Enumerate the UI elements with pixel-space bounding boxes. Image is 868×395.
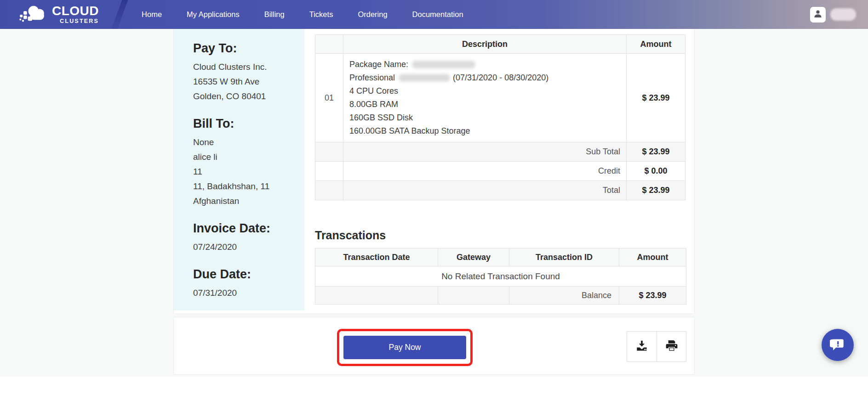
- redacted-username: [830, 8, 856, 21]
- redacted-plan-name: [399, 74, 450, 82]
- chat-bubble-icon: [830, 337, 845, 354]
- transaction-id-header: Transaction ID: [509, 248, 619, 266]
- credit-row: Credit $ 0.00: [315, 162, 685, 181]
- item-plan-line: Professional(07/31/2020 - 08/30/2020): [349, 71, 620, 85]
- bill-to-line: None: [193, 135, 296, 150]
- cloud-logo-icon: [19, 4, 48, 25]
- transactions-heading: Transcations: [315, 229, 386, 242]
- amount-header: Amount: [619, 248, 686, 266]
- main-navigation: Home My Applications Billing Tickets Ord…: [129, 0, 476, 29]
- blank-cell: [438, 287, 509, 305]
- bill-to-line: alice li: [193, 150, 296, 164]
- payment-actions-card: Pay Now: [173, 317, 695, 375]
- brand-line1: CLOUD: [52, 5, 99, 17]
- pay-now-button[interactable]: Pay Now: [343, 336, 466, 359]
- due-date-heading: Due Date:: [193, 266, 296, 282]
- content-background: Pay To: Cloud Clusters Inc. 16535 W 9th …: [0, 29, 868, 377]
- nav-item-ordering[interactable]: Ordering: [345, 0, 400, 29]
- total-label: Total: [343, 181, 627, 200]
- nav-item-billing[interactable]: Billing: [252, 0, 297, 29]
- total-row: Total $ 23.99: [315, 181, 685, 200]
- transactions-table: Transaction Date Gateway Transaction ID …: [315, 248, 686, 305]
- invoice-card: Pay To: Cloud Clusters Inc. 16535 W 9th …: [173, 29, 695, 314]
- nav-item-my-applications[interactable]: My Applications: [174, 0, 252, 29]
- print-invoice-button[interactable]: [657, 332, 686, 361]
- description-column-header: Description: [343, 35, 627, 54]
- transaction-date-header: Transaction Date: [315, 248, 438, 266]
- table-header-row: Description Amount: [315, 35, 685, 54]
- navbar-diagonal-divider: [112, 0, 128, 29]
- bill-to-line: 11, Badakhshan, 11: [193, 179, 296, 194]
- amount-column-header: Amount: [627, 35, 685, 54]
- pay-to-line: Cloud Clusters Inc.: [193, 60, 296, 74]
- invoice-date-value: 07/24/2020: [193, 240, 296, 254]
- download-invoice-button[interactable]: [627, 332, 657, 361]
- page: CLOUD CLUSTERS Home My Applications Bill…: [0, 0, 868, 395]
- brand-text: CLOUD CLUSTERS: [52, 5, 99, 24]
- balance-label: Balance: [509, 287, 619, 305]
- invoice-item-row: 01 Package Name: Professional(07/31/2020…: [315, 54, 685, 142]
- subtotal-row: Sub Total $ 23.99: [315, 142, 685, 162]
- nav-item-tickets[interactable]: Tickets: [297, 0, 346, 29]
- user-account-button[interactable]: [810, 7, 826, 23]
- subtotal-label: Sub Total: [343, 142, 627, 162]
- table-header-row: Transaction Date Gateway Transaction ID …: [315, 248, 686, 266]
- pay-now-highlight-box: Pay Now: [337, 329, 473, 366]
- download-icon: [634, 339, 649, 355]
- credit-label: Credit: [343, 162, 627, 181]
- bill-to-heading: Bill To:: [193, 116, 296, 131]
- bill-to-line: 11: [193, 164, 296, 179]
- invoice-items-table: Description Amount 01 Package Name: Prof…: [315, 34, 685, 200]
- blank-cell: [315, 162, 343, 181]
- bill-to-line: Afghanistan: [193, 194, 296, 209]
- balance-amount: $ 23.99: [619, 287, 686, 305]
- item-number: 01: [315, 54, 343, 142]
- pay-to-line: 16535 W 9th Ave: [193, 74, 296, 89]
- item-spec-line: 160GB SSD Disk: [349, 111, 620, 124]
- navbar-user-area: [810, 0, 856, 29]
- invoice-items-area: Description Amount 01 Package Name: Prof…: [315, 34, 686, 200]
- item-package-line: Package Name:: [349, 58, 620, 71]
- chat-support-fab[interactable]: [822, 329, 854, 361]
- invoice-doc-buttons: [627, 331, 686, 362]
- top-navbar: CLOUD CLUSTERS Home My Applications Bill…: [0, 0, 868, 29]
- blank-cell: [315, 142, 343, 162]
- item-spec-line: 4 CPU Cores: [349, 85, 620, 98]
- item-spec-line: 160.00GB SATA Backup Storage: [349, 124, 620, 138]
- person-icon: [812, 8, 823, 21]
- transactions-area: Transaction Date Gateway Transaction ID …: [315, 248, 686, 305]
- num-column-header: [315, 35, 343, 54]
- print-icon: [664, 339, 679, 355]
- nav-item-home[interactable]: Home: [129, 0, 174, 29]
- blank-cell: [315, 287, 438, 305]
- gateway-header: Gateway: [438, 248, 509, 266]
- pay-to-line: Golden, CO 80401: [193, 89, 296, 104]
- brand-logo[interactable]: CLOUD CLUSTERS: [19, 4, 99, 25]
- due-date-value: 07/31/2020: [193, 286, 296, 300]
- invoice-info-panel: Pay To: Cloud Clusters Inc. 16535 W 9th …: [174, 29, 304, 310]
- no-transactions-message: No Related Transaction Found: [315, 266, 686, 287]
- credit-amount: $ 0.00: [627, 162, 685, 181]
- balance-row: Balance $ 23.99: [315, 287, 686, 305]
- redacted-package-name: [412, 61, 475, 68]
- empty-transactions-row: No Related Transaction Found: [315, 266, 686, 287]
- invoice-date-heading: Invoice Date:: [193, 220, 296, 236]
- blank-cell: [315, 181, 343, 200]
- item-description: Package Name: Professional(07/31/2020 - …: [343, 54, 627, 142]
- brand-line2: CLUSTERS: [60, 18, 99, 24]
- item-amount: $ 23.99: [627, 54, 685, 142]
- nav-item-documentation[interactable]: Documentation: [400, 0, 476, 29]
- item-spec-line: 8.00GB RAM: [349, 98, 620, 111]
- pay-to-heading: Pay To:: [193, 40, 296, 56]
- total-amount: $ 23.99: [627, 181, 685, 200]
- subtotal-amount: $ 23.99: [627, 142, 685, 162]
